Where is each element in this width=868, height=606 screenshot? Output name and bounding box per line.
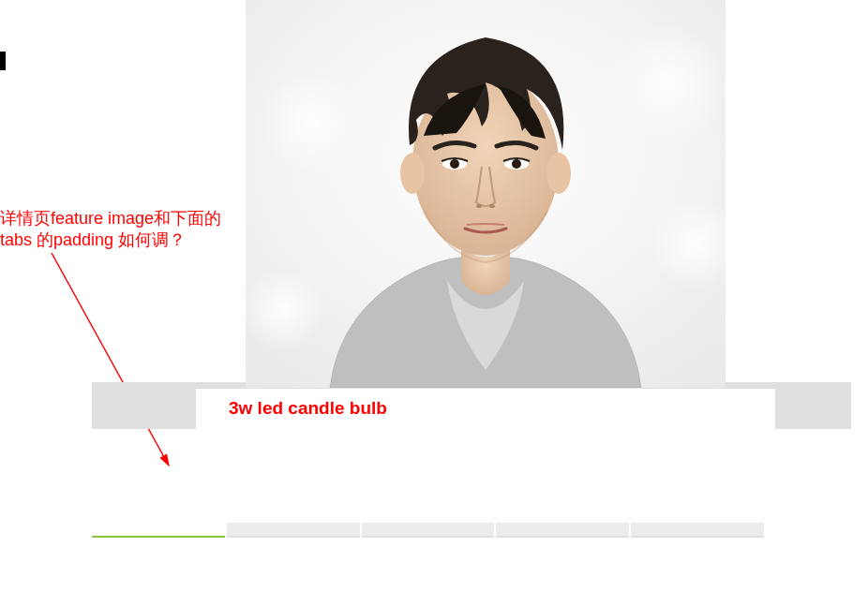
svg-point-4	[606, 23, 726, 145]
feature-image[interactable]	[246, 0, 726, 388]
tab-2[interactable]	[227, 523, 360, 538]
tab-5[interactable]	[631, 523, 764, 538]
tab-3[interactable]	[362, 523, 495, 538]
feature-caption-box: 3w led candle bulb	[196, 389, 775, 440]
annotation-line-2: tabs 的padding 如何调？	[0, 230, 186, 249]
svg-point-14	[476, 204, 482, 208]
annotation-label: 详情页feature image和下面的 tabs 的padding 如何调？	[0, 208, 221, 252]
svg-point-11	[450, 159, 459, 169]
svg-point-15	[489, 204, 495, 208]
tab-4[interactable]	[496, 523, 629, 538]
cursor-marker	[0, 52, 6, 70]
tabs-row	[92, 523, 764, 538]
svg-point-13	[512, 159, 521, 169]
annotation-line-1: 详情页feature image和下面的	[0, 209, 221, 228]
portrait-photo	[246, 0, 726, 388]
tab-1[interactable]	[92, 523, 225, 538]
svg-point-8	[400, 153, 425, 194]
svg-line-1	[52, 253, 169, 466]
svg-point-9	[546, 153, 571, 194]
svg-point-3	[260, 70, 363, 173]
feature-caption: 3w led candle bulb	[229, 398, 387, 418]
